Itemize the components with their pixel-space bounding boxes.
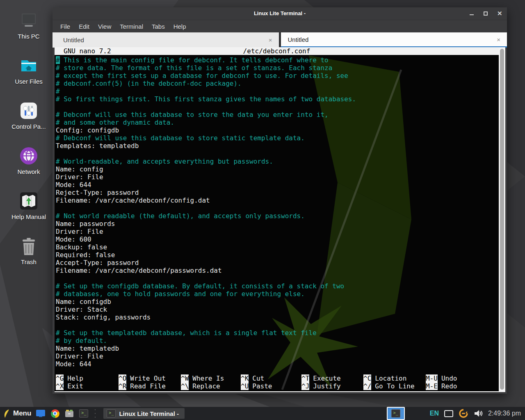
trash-icon <box>20 237 38 256</box>
blue-display-icon <box>36 410 45 417</box>
nano-shortcut: M-UUndo <box>426 374 457 382</box>
tab-untitled-1[interactable]: Untitled × <box>52 32 279 48</box>
menu-item-help[interactable]: Help <box>173 23 186 30</box>
editor-line: Name: configdb <box>56 298 499 306</box>
editor-line: # So first things first. This first stan… <box>56 95 499 103</box>
editor-line: # except the first sets up a database fo… <box>56 72 499 80</box>
terminal-window: Linux Lite Terminal - ✕ FileEditViewTerm… <box>52 7 507 394</box>
shortcut-label: Location <box>375 374 406 382</box>
desktop-icon-label: User Files <box>2 78 55 85</box>
desktop-icon-help-manual[interactable]: Help Manual <box>2 191 55 232</box>
editor-line: # and some other dynamic data. <box>56 119 499 126</box>
tray-terminal-focused[interactable]: >_ <box>387 407 405 420</box>
volume-icon[interactable] <box>474 409 483 418</box>
editor-line: Mode: 644 <box>56 360 499 368</box>
nano-shortcut: ^UPaste <box>241 382 272 390</box>
desktop-icon-control-panel[interactable]: Control Pa... <box>2 101 55 142</box>
shortcut-label: Help <box>67 374 83 382</box>
close-icon[interactable]: ✕ <box>497 11 502 16</box>
terminal-icon: >_ <box>391 409 400 418</box>
editor-line: # databases, one to hold passwords and o… <box>56 290 499 298</box>
tab-close-icon[interactable]: × <box>497 36 500 43</box>
editor-line: # <box>56 87 499 95</box>
menu-item-tabs[interactable]: Tabs <box>152 23 165 30</box>
desktop-root: { "desktop": { "icons": [ {"label": "Thi… <box>0 0 525 420</box>
nano-shortcut: ^XExit <box>56 382 83 390</box>
editor-line: Backup: false <box>56 243 499 251</box>
shortcut-key: M-U <box>426 374 438 382</box>
shortcut-key: ^U <box>241 382 249 390</box>
nano-shortcut: ^CLocation <box>363 374 406 382</box>
menu-item-view[interactable]: View <box>98 23 111 30</box>
window-titlebar[interactable]: Linux Lite Terminal - ✕ <box>52 7 507 20</box>
clock[interactable]: 2:49:36 pm <box>488 410 521 417</box>
desktop-icon-label: Help Manual <box>2 213 55 220</box>
shortcut-key: ^C <box>363 374 371 382</box>
nano-shortcut: ^RRead File <box>119 382 166 390</box>
shortcut-key: ^/ <box>363 382 371 390</box>
tab-close-icon[interactable]: × <box>269 37 272 43</box>
desktop-icon-label: Control Pa... <box>2 123 55 130</box>
nano-shortcut: ^JJustify <box>301 382 341 390</box>
menu-bar: FileEditViewTerminalTabsHelp <box>52 20 507 32</box>
shortcut-label: Execute <box>313 374 340 382</box>
shortcut-label: Where Is <box>192 374 224 382</box>
keyboard-layout-indicator[interactable]: EN <box>430 410 439 417</box>
editor-line: Templates: templatedb <box>56 142 499 150</box>
nano-shortcut-bar: ^GHelp^OWrite Out^WWhere Is^KCut^TExecut… <box>56 374 499 390</box>
shortcut-label: Paste <box>252 382 272 390</box>
shortcut-key: ^\ <box>181 382 189 390</box>
maximize-icon[interactable] <box>483 11 488 16</box>
shortcut-key: ^X <box>56 382 64 390</box>
network-globe-icon <box>19 146 39 166</box>
shortcut-key: ^J <box>301 382 309 390</box>
shortcut-label: Justify <box>313 382 340 390</box>
launcher-terminal[interactable]: >_ <box>79 409 89 418</box>
launcher-desktop[interactable] <box>36 409 46 418</box>
desktop-icon-label: This PC <box>2 33 55 40</box>
terminal-screen[interactable]: GNU nano 7.2 /etc/debconf.conf # This is… <box>55 47 499 391</box>
scrollbar-track[interactable] <box>499 47 505 392</box>
chrome-icon <box>51 409 59 418</box>
launcher-file-manager[interactable] <box>64 409 74 418</box>
nano-shortcut: ^\Replace <box>181 382 220 390</box>
taskbar-window-button[interactable]: >_ Linux Lite Terminal - <box>103 408 185 419</box>
editor-line: Stack: config, passwords <box>56 313 499 321</box>
tab-untitled-2[interactable]: Untitled × <box>281 32 507 48</box>
editor-line: Accept-Type: password <box>56 259 499 267</box>
tab-label: Untitled <box>281 36 309 43</box>
shortcut-label: Write Out <box>130 374 166 382</box>
menu-item-terminal[interactable]: Terminal <box>120 23 143 30</box>
editor-line: Required: false <box>56 251 499 259</box>
desktop-icon-network[interactable]: Network <box>2 146 55 187</box>
desktop-icon-trash[interactable]: Trash <box>2 237 55 278</box>
nano-shortcut: M-ERedo <box>426 382 457 390</box>
shortcut-label: Undo <box>441 374 457 382</box>
menu-item-file[interactable]: File <box>60 23 70 30</box>
terminal-icon: >_ <box>107 409 116 418</box>
editor-line: Driver: File <box>56 352 499 360</box>
desktop-icon-label: Network <box>2 168 55 175</box>
nano-shortcut: ^/Go To Line <box>363 382 415 390</box>
editor-line: Driver: File <box>56 228 499 235</box>
help-manual-icon <box>19 191 39 211</box>
editor-line: # World-readable, and accepts everything… <box>56 158 499 165</box>
desktop-icon-user-files[interactable]: User Files <box>2 56 55 97</box>
control-panel-icon <box>19 101 39 121</box>
editor-line: Filename: /var/cache/debconf/config.dat <box>56 196 499 204</box>
editor-line: Config: configdb <box>56 126 499 134</box>
display-tray-icon[interactable] <box>444 410 453 417</box>
desktop-icon-this-pc[interactable]: This PC <box>2 11 55 52</box>
editor-line: # Debconf will use this database to stor… <box>56 134 499 142</box>
window-button-label: Linux Lite Terminal - <box>119 410 179 417</box>
update-manager-icon[interactable] <box>459 409 468 418</box>
scrollbar-thumb[interactable] <box>500 49 504 390</box>
text-cursor: # <box>56 56 60 64</box>
minimize-icon[interactable] <box>469 11 474 16</box>
launcher-chrome[interactable] <box>50 409 60 418</box>
terminal-icon: >_ <box>79 409 88 418</box>
editor-line: Driver: File <box>56 173 499 181</box>
nano-shortcut: ^KCut <box>241 374 264 382</box>
start-menu-button[interactable]: Menu <box>3 409 31 418</box>
menu-item-edit[interactable]: Edit <box>79 23 89 30</box>
